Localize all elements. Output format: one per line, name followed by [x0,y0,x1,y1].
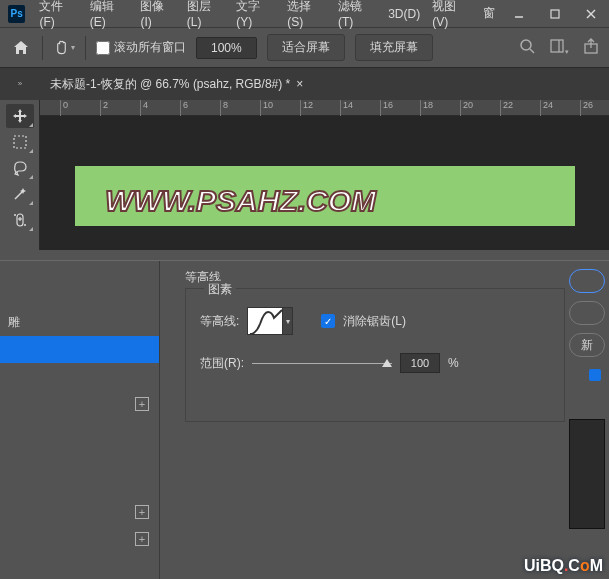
add-effect-icon[interactable]: + [135,532,149,546]
contour-panel: 等高线 图素 等高线: ▾ ✓ 消除锯齿(L) 范围(R): [185,269,565,422]
contour-group: 图素 等高线: ▾ ✓ 消除锯齿(L) 范围(R): [185,288,565,422]
add-effect-icon[interactable]: + [135,397,149,411]
list-item[interactable]: + [0,390,159,417]
canvas-text: WWW.PSAHZ.COM [105,184,377,217]
menu-type[interactable]: 文字(Y) [230,0,281,29]
window-controls [501,0,609,28]
fill-screen-button[interactable]: 填充屏幕 [355,34,433,61]
tool-flyout-icon [29,201,33,205]
document-tab[interactable]: 未标题-1-恢复的 @ 66.7% (psahz, RGB/8#) * × [40,68,313,100]
menu-3d[interactable]: 3D(D) [382,7,426,21]
ruler-tick: 12 [300,100,313,116]
horizontal-ruler: 02468101214161820222426 [40,100,609,116]
menu-layer[interactable]: 图层(L) [181,0,231,29]
tool-flyout-icon [29,149,33,153]
list-item[interactable] [0,417,159,444]
menu-edit[interactable]: 编辑(E) [84,0,135,29]
workspace-icon[interactable]: ▾ [549,38,569,58]
contour-curve-picker[interactable] [247,307,283,335]
scroll-all-windows-checkbox[interactable]: 滚动所有窗口 [96,39,186,56]
menu-view[interactable]: 视图(V) [426,0,477,29]
marquee-tool[interactable] [6,130,34,154]
ruler-tick: 26 [580,100,593,116]
minimize-button[interactable] [501,0,537,28]
preview-checkbox[interactable] [589,369,601,381]
menu-window[interactable]: 窗 [477,5,501,22]
artboard: WWW.PSAHZ.COM [75,166,575,226]
photoshop-logo-icon: Ps [8,5,25,23]
healing-brush-tool[interactable] [6,208,34,232]
menu-select[interactable]: 选择(S) [281,0,332,29]
ruler-tick: 0 [60,100,68,116]
ruler-tick: 20 [460,100,473,116]
ok-button[interactable] [569,269,605,293]
document-tab-title: 未标题-1-恢复的 @ 66.7% (psahz, RGB/8#) * [50,76,290,93]
list-item[interactable]: 雕 [0,309,159,336]
list-item[interactable] [0,444,159,471]
new-style-button[interactable]: 新 [569,333,605,357]
list-item[interactable]: + [0,498,159,525]
canvas-area[interactable]: WWW.PSAHZ.COM [40,116,609,250]
antialias-checkbox[interactable]: ✓ [321,314,335,328]
preview-thumbnail [569,419,605,529]
layer-style-list: 雕 + + + [0,261,160,579]
ruler-tick: 24 [540,100,553,116]
lasso-tool[interactable] [6,156,34,180]
ruler-tick: 14 [340,100,353,116]
slider-thumb-icon[interactable] [382,359,392,367]
range-slider[interactable] [252,357,392,369]
ruler-tick: 2 [100,100,108,116]
watermark: UiBQ.CoM [524,557,603,575]
menu-filter[interactable]: 滤镜(T) [332,0,382,29]
menu-bar: Ps 文件(F) 编辑(E) 图像(I) 图层(L) 文字(Y) 选择(S) 滤… [0,0,609,28]
search-icon[interactable] [519,38,535,58]
svg-rect-6 [551,40,563,52]
magic-wand-tool[interactable] [6,182,34,206]
ruler-tick: 6 [180,100,188,116]
list-item-active[interactable] [0,336,159,363]
list-item[interactable] [0,471,159,498]
svg-line-10 [15,191,23,199]
share-icon[interactable] [583,38,599,58]
maximize-button[interactable] [537,0,573,28]
hand-tool-icon[interactable]: ▾ [53,37,75,59]
scroll-all-windows-label: 滚动所有窗口 [114,39,186,56]
add-effect-icon[interactable]: + [135,505,149,519]
svg-rect-9 [14,136,26,148]
list-item-label: 雕 [8,314,20,331]
svg-rect-1 [551,10,559,18]
svg-point-14 [14,214,16,216]
fit-screen-button[interactable]: 适合屏幕 [267,34,345,61]
svg-line-5 [530,49,534,53]
svg-point-4 [521,40,531,50]
svg-point-15 [24,224,26,226]
contour-group-title: 等高线 [185,269,565,286]
separator [42,36,43,60]
close-button[interactable] [573,0,609,28]
ruler-tick: 8 [220,100,228,116]
tool-flyout-icon [29,175,33,179]
panel-expand-icon[interactable]: » [0,80,40,88]
menu-file[interactable]: 文件(F) [33,0,83,29]
move-tool[interactable] [6,104,34,128]
cancel-button[interactable] [569,301,605,325]
document-tab-bar: » 未标题-1-恢复的 @ 66.7% (psahz, RGB/8#) * × [0,68,609,100]
range-value-input[interactable] [400,353,440,373]
contour-subtitle: 图素 [204,281,236,298]
separator [85,36,86,60]
ruler-tick: 18 [420,100,433,116]
range-label: 范围(R): [200,355,244,372]
antialias-label: 消除锯齿(L) [343,313,406,330]
tool-panel [0,100,40,250]
ruler-tick: 4 [140,100,148,116]
contour-dropdown-icon[interactable]: ▾ [283,307,293,335]
ruler-tick: 22 [500,100,513,116]
menu-image[interactable]: 图像(I) [134,0,180,29]
list-item[interactable] [0,363,159,390]
close-tab-icon[interactable]: × [296,77,303,91]
range-unit: % [448,356,459,370]
scroll-all-windows-input[interactable] [96,41,110,55]
list-item[interactable]: + [0,525,159,552]
zoom-level-input[interactable]: 100% [196,37,257,59]
home-icon[interactable] [10,37,32,59]
